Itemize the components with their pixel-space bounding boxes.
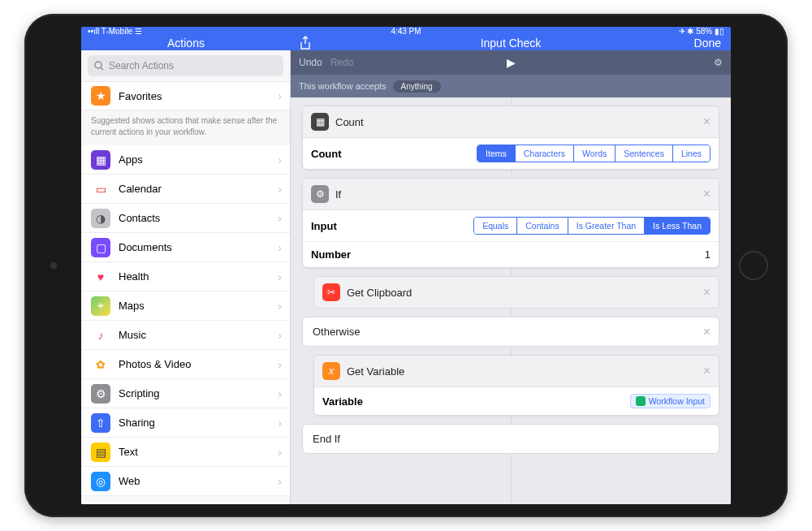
web-icon: ◎ <box>91 472 110 491</box>
sidebar-item-label: Documents <box>119 241 172 253</box>
param-label: Input <box>311 220 337 232</box>
accepts-value[interactable]: Anything <box>393 80 441 93</box>
sidebar-item-label: Music <box>119 329 146 341</box>
sidebar-item-maps[interactable]: ⌖Maps› <box>81 291 290 321</box>
sidebar-item-photos[interactable]: ✿Photos & Video› <box>81 350 290 379</box>
sidebar-item-sharing[interactable]: ⇧Sharing› <box>81 408 290 438</box>
chevron-right-icon: › <box>278 387 282 400</box>
play-button[interactable]: ▶ <box>507 56 516 69</box>
sidebar-item-all[interactable]: All› <box>81 496 290 504</box>
sidebar-item-label: Sharing <box>119 417 155 429</box>
workflow-title: Input Check <box>481 37 542 50</box>
if-icon: ⚙ <box>311 185 329 203</box>
editor-pane: Undo Redo ▶ ⚙ This workflow accepts Anyt… <box>291 50 731 504</box>
chevron-right-icon: › <box>278 329 282 342</box>
apps-icon: ▦ <box>91 150 110 170</box>
close-icon[interactable]: × <box>703 187 710 201</box>
action-if[interactable]: ⚙ If × Input Equals Contains Is Greater … <box>302 178 719 268</box>
maps-icon: ⌖ <box>91 296 110 316</box>
sidebar-item-documents[interactable]: ▢Documents› <box>81 233 290 262</box>
contacts-icon: ◑ <box>91 209 110 228</box>
status-bar: ••ıll T-Mobile ☰ 4:43 PM ✈ ✱ 58% ▮▯ <box>81 27 731 36</box>
variable-icon: x <box>322 362 340 380</box>
screen: ••ıll T-Mobile ☰ 4:43 PM ✈ ✱ 58% ▮▯ Acti… <box>81 27 731 504</box>
action-title: Otherwise <box>313 326 361 338</box>
sidebar-helper: Suggested shows actions that make sense … <box>81 110 290 145</box>
workflow-input-icon <box>636 396 646 406</box>
calendar-icon: ▭ <box>91 179 110 199</box>
sidebar-item-label: Web <box>119 475 140 487</box>
chevron-right-icon: › <box>278 212 282 225</box>
sidebar-favorites[interactable]: ★ Favorites › <box>81 81 290 110</box>
content: Search Actions ★ Favorites › Suggested s… <box>81 50 731 504</box>
seg-sentences[interactable]: Sentences <box>615 145 672 162</box>
documents-icon: ▢ <box>91 238 110 257</box>
sidebar-item-label: Calendar <box>119 183 162 195</box>
seg-items[interactable]: Items <box>477 145 515 162</box>
sidebar-item-label: Photos & Video <box>119 358 191 370</box>
close-icon[interactable]: × <box>703 114 710 129</box>
close-icon[interactable]: × <box>703 325 710 339</box>
count-icon: ▦ <box>311 113 329 131</box>
variable-token[interactable]: Workflow Input <box>630 394 710 408</box>
status-right: ✈ ✱ 58% ▮▯ <box>679 27 724 36</box>
action-end-if[interactable]: End If <box>302 424 719 454</box>
count-segment[interactable]: Items Characters Words Sentences Lines <box>477 145 710 162</box>
sidebar-item-web[interactable]: ◎Web› <box>81 467 290 496</box>
search-input[interactable]: Search Actions <box>88 55 283 76</box>
seg-characters[interactable]: Characters <box>515 145 573 162</box>
action-get-variable[interactable]: x Get Variable × Variable Workflow Input <box>313 355 719 416</box>
chevron-right-icon: › <box>278 417 282 430</box>
sidebar: Search Actions ★ Favorites › Suggested s… <box>81 50 291 504</box>
seg-contains[interactable]: Contains <box>516 218 567 234</box>
search-icon <box>94 61 104 71</box>
action-title: Get Variable <box>347 365 404 378</box>
sidebar-item-music[interactable]: ♪Music› <box>81 321 290 350</box>
music-icon: ♪ <box>91 326 110 345</box>
seg-words[interactable]: Words <box>573 145 615 162</box>
action-count[interactable]: ▦ Count × Count Items Characters Words S… <box>302 106 719 170</box>
sidebar-item-apps[interactable]: ▦Apps› <box>81 145 290 175</box>
seg-equals[interactable]: Equals <box>474 218 516 234</box>
svg-point-0 <box>95 62 102 68</box>
clipboard-icon: ✂ <box>322 283 340 301</box>
number-value[interactable]: 1 <box>705 248 710 261</box>
settings-icon[interactable]: ⚙ <box>714 57 723 68</box>
action-title: Count <box>335 116 364 128</box>
workflow-canvas[interactable]: ▦ Count × Count Items Characters Words S… <box>291 97 731 504</box>
seg-less[interactable]: Is Less Than <box>644 218 710 234</box>
share-icon[interactable] <box>299 36 312 50</box>
if-segment[interactable]: Equals Contains Is Greater Than Is Less … <box>473 217 710 235</box>
close-icon[interactable]: × <box>703 285 710 300</box>
editor-toolbar: Undo Redo ▶ ⚙ <box>291 50 731 75</box>
sidebar-item-label: Apps <box>119 153 143 166</box>
sidebar-item-label: Scripting <box>119 387 160 399</box>
text-icon: ▤ <box>91 442 110 462</box>
health-icon: ♥ <box>91 267 110 287</box>
sidebar-item-text[interactable]: ▤Text› <box>81 438 290 467</box>
seg-lines[interactable]: Lines <box>672 145 710 162</box>
done-button[interactable]: Done <box>694 37 721 50</box>
home-button[interactable] <box>739 251 768 280</box>
chevron-right-icon: › <box>278 183 282 196</box>
action-otherwise[interactable]: Otherwise × <box>302 317 719 347</box>
ipad-frame: ••ıll T-Mobile ☰ 4:43 PM ✈ ✱ 58% ▮▯ Acti… <box>24 14 788 517</box>
close-icon[interactable]: × <box>703 364 710 378</box>
action-get-clipboard[interactable]: ✂ Get Clipboard × <box>313 276 719 309</box>
chevron-right-icon: › <box>278 241 282 254</box>
seg-greater[interactable]: Is Greater Than <box>568 218 644 234</box>
param-label: Count <box>311 148 342 160</box>
sidebar-item-scripting[interactable]: ⚙Scripting› <box>81 379 290 408</box>
sidebar-item-label: Health <box>119 270 149 283</box>
accepts-bar: This workflow accepts Anything <box>291 75 731 97</box>
nav-sidebar-title: Actions <box>81 37 291 50</box>
sidebar-item-calendar[interactable]: ▭Calendar› <box>81 175 290 204</box>
redo-button[interactable]: Redo <box>330 57 354 68</box>
sidebar-item-health[interactable]: ♥Health› <box>81 262 290 291</box>
sidebar-item-label: Contacts <box>119 212 160 224</box>
undo-button[interactable]: Undo <box>299 57 322 68</box>
nav-bar: Actions Input Check Done <box>81 36 731 50</box>
action-title: If <box>335 188 341 201</box>
sharing-icon: ⇧ <box>91 413 110 433</box>
sidebar-item-contacts[interactable]: ◑Contacts› <box>81 204 290 233</box>
